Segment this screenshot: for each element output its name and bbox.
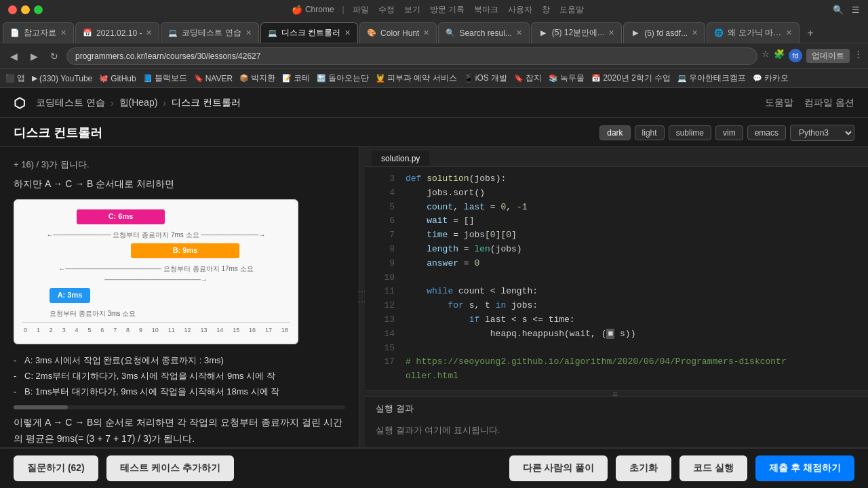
reset-button[interactable]: 초기화 — [616, 455, 671, 481]
profile-icon[interactable]: fd — [789, 49, 802, 62]
theme-emacs-btn[interactable]: emacs — [747, 125, 786, 140]
address-input[interactable]: programmers.co.kr/learn/courses/30/lesso… — [66, 47, 757, 65]
tab-close-7[interactable]: ✕ — [608, 28, 614, 37]
code-line-14: 14 heapq.heappush(wait, (■ s)) — [365, 327, 868, 342]
woowa-icon: 💻 — [677, 74, 687, 83]
tab-close-1[interactable]: ✕ — [60, 28, 66, 37]
tab-close-4[interactable]: ✕ — [344, 28, 351, 37]
bookmark-kakao[interactable]: 💬카카오 — [753, 73, 789, 84]
question-button[interactable]: 질문하기 (62) — [14, 455, 98, 481]
tab-4[interactable]: 💻 디스크 컨트롤러 ✕ — [260, 22, 358, 43]
bookmark-return[interactable]: 🔙돌아오는단 — [317, 73, 369, 84]
breadcrumb-current: 디스크 컨트롤러 — [172, 97, 241, 109]
bullet-c: C: 2ms부터 대기하다가, 3ms 시에 작업을 시작해서 9ms 시에 작 — [14, 368, 345, 384]
menu-dots-icon[interactable]: ⋮ — [854, 49, 863, 63]
file-tab-solution[interactable]: solution.py — [372, 151, 429, 166]
new-tab-button[interactable]: + — [801, 24, 820, 43]
tab-6[interactable]: 🔍 Search resul... ✕ — [438, 22, 529, 43]
titlebar-right-icons: 🔍 ☰ — [833, 5, 860, 15]
refresh-button[interactable]: ↻ — [46, 48, 62, 64]
bookmark-star-icon[interactable]: ☆ — [762, 49, 770, 63]
theme-controls: dark light sublime vim emacs Python3 Jav… — [599, 125, 854, 141]
output-label: 실행 결과 — [376, 403, 857, 415]
tab-2[interactable]: 📅 2021.02.10 - ✕ — [75, 22, 159, 43]
tab-3[interactable]: 💻 코딩테스트 연습 ✕ — [161, 22, 258, 43]
tab-1[interactable]: 📄 참고자료 ✕ — [3, 22, 74, 43]
code-line-7: 7 time = jobs[0][0] — [365, 228, 868, 243]
code-area[interactable]: 3 def solution(jobs): 4 jobs.sort() 5 co… — [365, 167, 868, 390]
bookmark-magazine[interactable]: 🔖잡지 — [514, 73, 542, 84]
main-split: + 16) / 3)가 됩니다. 하지만 A → C → B 순서대로 처리하면… — [0, 147, 868, 447]
tab-close-6[interactable]: ✕ — [516, 28, 522, 37]
logo-icon: ⬡ — [14, 95, 25, 111]
blackboard-icon: 📘 — [143, 74, 153, 83]
search-icon[interactable]: 🔍 — [833, 5, 844, 15]
language-select[interactable]: Python3 JavaScript Java C++ — [790, 125, 854, 141]
submit-button[interactable]: 제출 후 채점하기 — [755, 455, 854, 481]
tab-close-8[interactable]: ✕ — [692, 28, 698, 37]
code-line-17a: 17 # https://seoyoung2.github.io/algorit… — [365, 355, 868, 369]
breadcrumb-mid[interactable]: 힙(Heap) — [119, 97, 158, 109]
tab-label-2: 2021.02.10 - — [96, 28, 142, 38]
maximize-button[interactable] — [34, 5, 43, 14]
menu-icon[interactable]: ☰ — [852, 5, 860, 15]
theme-light-btn[interactable]: light — [635, 125, 665, 140]
ios-icon: 📱 — [464, 74, 473, 83]
extensions-icon[interactable]: 🧩 — [774, 49, 785, 63]
resize-handle[interactable]: ≡ — [365, 390, 868, 397]
minimize-button[interactable] — [21, 5, 30, 14]
bar-c: C: 6ms — [77, 209, 165, 224]
close-button[interactable] — [8, 5, 17, 14]
tab-close-3[interactable]: ✕ — [245, 28, 252, 37]
theme-sublime-btn[interactable]: sublime — [669, 125, 711, 140]
main-content: ⬡ 코딩테스트 연습 › 힙(Heap) › 디스크 컨트롤러 도움말 컴파일 … — [0, 88, 868, 488]
bookmark-cote[interactable]: 📝코테 — [282, 73, 310, 84]
bookmark-blackboard[interactable]: 📘블랙보드 — [143, 73, 187, 84]
run-button[interactable]: 코드 실행 — [679, 455, 747, 481]
panel-splitter[interactable]: ⋮⋮ — [359, 147, 365, 447]
bookmark-naver[interactable]: 🔖NAVER — [194, 74, 233, 83]
page-title: 디스크 컨트롤러 — [14, 125, 102, 141]
tab-close-5[interactable]: ✕ — [423, 28, 429, 37]
help-link[interactable]: 도움말 — [765, 97, 793, 109]
horizontal-scrollbar[interactable] — [14, 405, 345, 409]
timeline: 0123456789101112131415161718 — [22, 322, 290, 335]
breadcrumb-root[interactable]: 코딩테스트 연습 — [36, 97, 105, 109]
bookmark-skin[interactable]: 💆피부과 예약 서비스 — [376, 73, 457, 84]
bookmark-github[interactable]: 🐙GitHub — [99, 74, 136, 83]
intro-text: + 16) / 3)가 됩니다. — [14, 158, 345, 172]
bookmark-app[interactable]: ⬛앱 — [5, 73, 25, 84]
tab-5[interactable]: 🎨 Color Hunt ✕ — [359, 22, 437, 43]
tab-favicon-9: 🌐 — [714, 28, 724, 38]
compile-options-link[interactable]: 컴파일 옵션 — [804, 97, 854, 109]
bookmark-youtube[interactable]: ▶(330) YouTube — [32, 74, 92, 83]
tab-close-2[interactable]: ✕ — [146, 28, 152, 37]
tab-label-7: (5) 12분만에... — [552, 27, 604, 39]
scrollbar-thumb[interactable] — [14, 405, 68, 409]
cal-icon: 📅 — [591, 74, 601, 83]
tab-9[interactable]: 🌐 왜 오가닉 마케... ✕ — [707, 22, 800, 43]
transition-text: 하지만 A → C → B 순서대로 처리하면 — [14, 176, 345, 191]
bookmark-woowa[interactable]: 💻우아한테크캠프 — [677, 73, 746, 84]
settings-button[interactable]: 업데이트 — [806, 49, 850, 63]
bookmark-bakjihwan[interactable]: 📦박지환 — [239, 73, 275, 84]
left-panel[interactable]: + 16) / 3)가 됩니다. 하지만 A → C → B 순서대로 처리하면… — [0, 147, 359, 447]
skin-icon: 💆 — [376, 74, 385, 83]
tab-7[interactable]: ▶ (5) 12분만에... ✕ — [531, 22, 622, 43]
tab-close-9[interactable]: ✕ — [786, 28, 792, 37]
theme-dark-btn[interactable]: dark — [599, 125, 630, 140]
tab-label-3: 코딩테스트 연습 — [182, 27, 241, 39]
tab-favicon-5: 🎨 — [367, 28, 376, 38]
tab-favicon-7: ▶ — [538, 28, 548, 38]
back-button[interactable]: ◀ — [5, 48, 22, 64]
other-solutions-button[interactable]: 다른 사람의 풀이 — [509, 455, 608, 481]
bookmark-2020[interactable]: 📅2020년 2학기 수업 — [591, 73, 671, 84]
code-line-15: 15 — [365, 342, 868, 356]
bullet-list: A: 3ms 시에서 작업 완료(요청에서 종료까지 : 3ms) C: 2ms… — [14, 352, 345, 400]
theme-vim-btn[interactable]: vim — [715, 125, 743, 140]
add-testcase-button[interactable]: 테스트 케이스 추가하기 — [106, 455, 234, 481]
tab-8[interactable]: ▶ (5) fd asdf... ✕ — [623, 22, 705, 43]
bookmark-nok[interactable]: 📚녹두물 — [549, 73, 585, 84]
bookmark-ios[interactable]: 📱iOS 개발 — [464, 73, 507, 84]
forward-button[interactable]: ▶ — [26, 48, 42, 64]
